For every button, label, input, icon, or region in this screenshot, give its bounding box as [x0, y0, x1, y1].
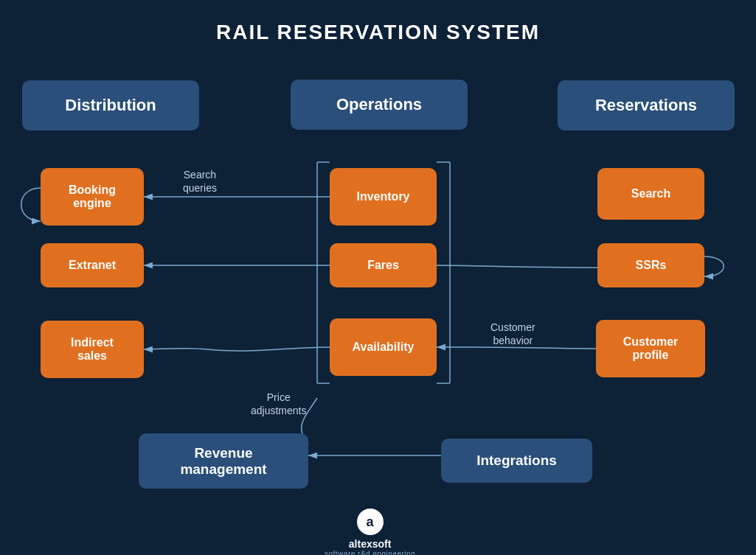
box-integrations: Integrations: [441, 439, 592, 483]
node-fares: Fares: [330, 243, 437, 287]
logo-tagline: software r&d engineering: [325, 550, 415, 555]
label-search-queries: Searchqueries: [183, 168, 217, 195]
logo-name: altexsoft: [349, 538, 392, 550]
category-reservations: Reservations: [558, 80, 735, 130]
logo-icon: a: [357, 509, 384, 535]
label-customer-behavior: Customerbehavior: [490, 321, 535, 347]
node-extranet: Extranet: [41, 243, 144, 287]
logo-area: a altexsoft software r&d engineering: [325, 509, 415, 555]
node-search: Search: [597, 168, 704, 220]
node-availability: Availability: [330, 318, 437, 376]
label-price-adjustments: Priceadjustments: [251, 391, 306, 417]
node-customer-profile: Customerprofile: [596, 320, 705, 377]
box-revenue-management: Revenuemanagement: [139, 433, 308, 489]
category-distribution: Distribution: [22, 80, 199, 130]
page-title: RAIL RESERVATION SYSTEM: [0, 0, 756, 52]
category-operations: Operations: [291, 80, 468, 130]
node-booking-engine: Bookingengine: [41, 168, 144, 226]
node-indirect-sales: Indirectsales: [41, 321, 144, 378]
node-ssrs: SSRs: [597, 243, 704, 287]
node-inventory: Inventory: [330, 168, 437, 226]
